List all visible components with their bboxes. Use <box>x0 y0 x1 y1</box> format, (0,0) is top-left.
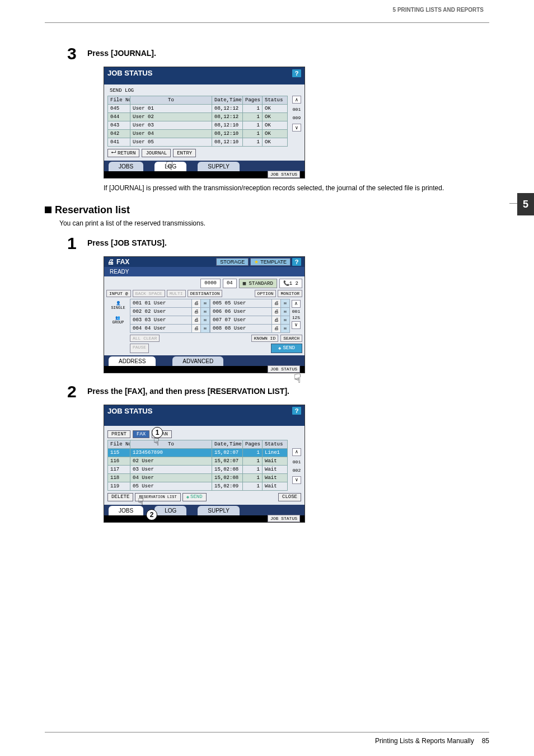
journal-button[interactable]: JOURNAL <box>142 149 171 157</box>
tab-advanced[interactable]: ADVANCED <box>172 356 223 366</box>
scroll-up-icon[interactable]: ∧ <box>292 300 301 308</box>
step-2: 2 Press the [FAX], and then press [RESER… <box>67 383 489 400</box>
group-icon[interactable]: 👥GROUP <box>112 316 124 325</box>
tab-jobs[interactable]: JOBS <box>109 162 143 171</box>
mail-icon[interactable]: ✉ <box>200 299 209 307</box>
window-title: JOB STATUS <box>107 407 152 415</box>
mail-icon[interactable]: ✉ <box>280 325 289 332</box>
destination-button[interactable]: DESTINATION <box>188 290 223 297</box>
option-button[interactable]: OPTION <box>255 290 277 297</box>
input-button[interactable]: INPUT @ <box>106 290 131 297</box>
fax-tab[interactable]: FAX <box>133 430 149 438</box>
scroll-up-icon[interactable]: ∧ <box>292 448 301 456</box>
header-rule <box>45 22 489 23</box>
table-row[interactable]: 11703 User15,02:081Wait <box>108 465 288 473</box>
mail-icon[interactable]: ✉ <box>200 316 209 324</box>
scroll-up-icon[interactable]: ∧ <box>292 96 301 104</box>
tab-address[interactable]: ADDRESS <box>109 356 156 366</box>
standard-button[interactable]: ▦ STANDARD <box>239 279 277 288</box>
page-footer: Printing Lists & Reports Manually 85 <box>45 732 489 745</box>
scroll-bot-num: 002 <box>293 468 301 473</box>
scroll-down-icon[interactable]: ∨ <box>292 476 301 484</box>
col-pages: Pages <box>243 440 263 448</box>
close-button[interactable]: CLOSE <box>278 493 301 501</box>
step-text: Press [JOB STATUS]. <box>87 235 167 247</box>
jobstatus-pill[interactable]: JOB STATUS <box>268 515 300 522</box>
fax-icon[interactable]: 🖨 <box>271 308 280 316</box>
table-row[interactable]: 042User 0408,12:101OK <box>108 130 288 138</box>
mail-icon[interactable]: ✉ <box>280 308 289 316</box>
knownid-button[interactable]: KNOWN ID <box>251 335 278 342</box>
monitor-button[interactable]: MONITOR <box>278 290 302 297</box>
square-bullet-icon <box>45 206 51 213</box>
table-row[interactable]: 045User 0108,12:121OK <box>108 105 288 113</box>
user-row[interactable]: 003 03 User🖨✉ <box>130 316 209 325</box>
user-row[interactable]: 002 02 User🖨✉ <box>130 308 209 316</box>
single-icon[interactable]: 👤SINGLE <box>111 301 125 310</box>
scroll-top-num: 001 <box>292 309 300 314</box>
tab-supply[interactable]: SUPPLY <box>198 162 240 171</box>
callout-2: 2 <box>146 509 157 520</box>
fax-title: FAX <box>116 258 129 266</box>
tab-supply[interactable]: SUPPLY <box>198 506 240 515</box>
send-button[interactable]: ◈ SEND <box>182 493 207 501</box>
screenshot-jobstatus-fax: JOB STATUS ? PRINT FAX SCAN 1 ☟ File No.… <box>104 405 305 523</box>
fax-icon[interactable]: 🖨 <box>191 316 200 324</box>
tab-log[interactable]: LOG <box>154 506 186 515</box>
scroll-down-icon[interactable]: ∨ <box>292 321 301 329</box>
step-3: 3 Press [JOURNAL]. <box>67 45 489 62</box>
backspace-button[interactable]: BACK SPACE <box>133 290 165 297</box>
col-pages: Pages <box>243 96 263 105</box>
multi-button[interactable]: MULTI <box>167 290 186 297</box>
pointer-hand-icon: ☟ <box>294 372 301 387</box>
fax-ready-label: READY <box>104 267 305 276</box>
delete-button[interactable]: DELETE <box>107 493 133 501</box>
step-number: 2 <box>67 383 87 400</box>
fax-icon[interactable]: 🖨 <box>191 308 200 316</box>
mail-icon[interactable]: ✉ <box>280 299 289 307</box>
return-button[interactable]: ⮠ RETURN <box>107 149 139 157</box>
col-fileno: File No. <box>108 96 130 105</box>
col-datetime: Date,Time <box>212 440 243 448</box>
table-row[interactable]: 11804 User15,02:081Wait <box>108 473 288 482</box>
pause-button[interactable]: PAUSE <box>130 344 149 353</box>
user-row[interactable]: 007 07 User🖨✉ <box>210 316 289 325</box>
help-icon[interactable]: ? <box>292 407 301 415</box>
fax-icon[interactable]: 🖨 <box>271 325 280 332</box>
storage-button[interactable]: STORAGE <box>216 258 249 266</box>
mail-icon[interactable]: ✉ <box>280 316 289 324</box>
help-icon[interactable]: ? <box>292 258 301 266</box>
user-row[interactable]: 005 05 User🖨✉ <box>210 299 289 308</box>
table-row[interactable]: 044User 0208,12:121OK <box>108 113 288 121</box>
search-button[interactable]: SEARCH <box>280 335 302 342</box>
jobstatus-pill[interactable]: JOB STATUS <box>268 171 300 178</box>
fax-icon[interactable]: 🖨 <box>191 299 200 307</box>
mail-icon[interactable]: ✉ <box>200 308 209 316</box>
section-reservation-list: Reservation list <box>45 204 489 216</box>
table-row[interactable]: 041User 0508,12:101OK <box>108 138 288 147</box>
table-row[interactable]: 043User 0308,12:101OK <box>108 121 288 130</box>
step-1: 1 Press [JOB STATUS]. <box>67 235 489 252</box>
fax-icon[interactable]: 🖨 <box>271 316 280 324</box>
scroll-top-num: 001 <box>293 107 301 112</box>
entry-button[interactable]: ENTRY <box>173 149 196 157</box>
user-row[interactable]: 008 08 User🖨✉ <box>210 325 289 332</box>
print-tab[interactable]: PRINT <box>107 430 130 438</box>
template-button[interactable]: ★TEMPLATE <box>250 258 291 266</box>
user-row[interactable]: 006 06 User🖨✉ <box>210 308 289 316</box>
table-row[interactable]: 115123456789015,02:071Line1 <box>108 448 288 457</box>
fax-icon[interactable]: 🖨 <box>191 325 200 332</box>
mail-icon[interactable]: ✉ <box>200 325 209 332</box>
user-row[interactable]: 004 04 User🖨✉ <box>130 325 209 332</box>
table-row[interactable]: 11602 User15,02:071Wait <box>108 457 288 465</box>
help-icon[interactable]: ? <box>292 69 301 77</box>
fax-icon[interactable]: 🖨 <box>271 299 280 307</box>
scroll-bot-num: 009 <box>293 115 301 120</box>
scroll-top-num: 001 <box>293 459 301 464</box>
allclear-button[interactable]: ALL CLEAR <box>130 335 160 342</box>
user-row[interactable]: 001 01 User🖨✉ <box>130 299 209 308</box>
send-button[interactable]: ◈ SEND <box>271 344 302 353</box>
sendlog-table: File No. To Date,Time Pages Status 045Us… <box>107 96 288 147</box>
table-row[interactable]: 11905 User15,02:091Wait <box>108 482 288 490</box>
scroll-down-icon[interactable]: ∨ <box>292 124 301 132</box>
